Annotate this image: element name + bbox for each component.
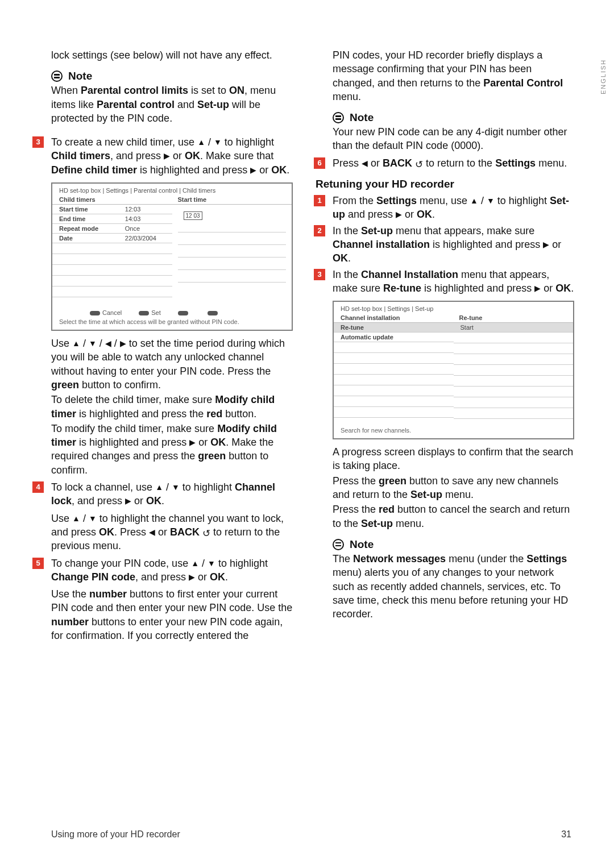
table-row (454, 408, 574, 419)
table-row (334, 375, 454, 385)
body-text: Press the green button to save any new c… (316, 474, 574, 502)
table-row: Start time12:03 (52, 205, 172, 214)
body-text: To delete the child timer, make sure Mod… (34, 393, 293, 421)
blank-button (208, 309, 220, 316)
step-number: 3 (314, 269, 325, 280)
body-text: PIN codes, your HD recorder briefly disp… (316, 48, 574, 103)
right-column: PIN codes, your HD recorder briefly disp… (316, 48, 574, 643)
body-text: Use ▲ / ▼ / ◀ / ▶ to set the time period… (34, 337, 293, 392)
table-row (334, 342, 454, 353)
right-icon: ▶ (396, 210, 402, 218)
left-icon: ◀ (149, 528, 155, 536)
step-3: 3 To create a new child timer, use ▲ / ▼… (34, 135, 293, 177)
note-title: Note (68, 70, 92, 82)
right-icon: ▶ (125, 497, 131, 505)
note-icon (333, 539, 344, 550)
retune-right-table: Start (454, 323, 574, 419)
section-heading: Retuning your HD recorder (316, 178, 574, 190)
note-title: Note (350, 111, 374, 124)
table-row (454, 397, 574, 408)
note-title: Note (350, 538, 374, 551)
down-icon: ▼ (487, 197, 495, 205)
table-row (454, 354, 574, 365)
table-row (52, 243, 172, 254)
step-5: 5 To change your PIN code, use ▲ / ▼ to … (34, 556, 293, 584)
pill-icon (139, 311, 149, 315)
page-footer: Using more of your HD recorder 31 (51, 829, 571, 840)
right-icon: ▶ (250, 166, 256, 174)
body-text: A progress screen displays to confirm th… (316, 445, 574, 473)
child-timer-table: Start time12:03 End time14:03 Repeat mod… (52, 205, 172, 297)
blank-button (178, 309, 190, 316)
table-row: End time14:03 (52, 214, 172, 224)
body-text: Use the number buttons to first enter yo… (34, 587, 293, 642)
table-row (454, 333, 574, 343)
table-row (334, 407, 454, 418)
table-row (454, 343, 574, 354)
set-button: Set (139, 309, 161, 316)
button-bar: Cancel Set (52, 306, 292, 317)
note-body: The Network messages menu (under the Set… (316, 552, 574, 621)
step-number: 5 (32, 558, 44, 569)
hint-text: Search for new channels. (334, 426, 573, 438)
retune-step-1: 1 From the Settings menu, use ▲ / ▼ to h… (316, 194, 574, 222)
step-number: 2 (314, 225, 325, 236)
retune-step-2: 2 In the Set-up menu that appears, make … (316, 224, 574, 265)
note-heading: Note (316, 538, 574, 551)
column-header: Child timers (52, 195, 172, 205)
language-tab: ENGLISH (594, 51, 614, 102)
up-icon: ▲ (197, 138, 205, 146)
right-icon: ▶ (120, 339, 126, 347)
body-text: Use ▲ / ▼ to highlight the channel you w… (34, 512, 293, 553)
time-input: 12 03 (184, 211, 202, 220)
manual-page: ENGLISH lock settings (see below) will n… (0, 0, 614, 868)
down-icon: ▼ (214, 138, 222, 146)
screenshot-retune: HD set-top box | Settings | Set-up Chann… (333, 301, 574, 439)
back-icon: ↺ (415, 160, 423, 169)
table-row: Date22/03/2004 (52, 234, 172, 243)
breadcrumb: HD set-top box | Settings | Parental con… (52, 184, 292, 195)
note-heading: Note (316, 111, 574, 124)
table-row (52, 276, 172, 286)
step-number: 4 (32, 481, 44, 493)
page-number: 31 (561, 829, 571, 840)
screenshot-child-timers: HD set-top box | Settings | Parental con… (51, 182, 293, 331)
table-row (334, 353, 454, 364)
hint-text: Select the time at which access will be … (52, 317, 292, 330)
up-icon: ▲ (191, 559, 199, 567)
note-heading: Note (34, 70, 293, 82)
pill-icon (208, 311, 218, 315)
note-icon (51, 70, 63, 82)
up-icon: ▲ (155, 483, 163, 491)
step-6: 6 Press ◀ or BACK ↺ to return to the Set… (316, 156, 574, 170)
down-icon: ▼ (172, 483, 180, 491)
left-column: lock settings (see below) will not have … (34, 48, 293, 643)
note-icon (333, 112, 344, 123)
up-icon: ▲ (72, 514, 80, 522)
step-number: 6 (314, 157, 325, 169)
note-body: Your new PIN code can be any 4-digit num… (316, 125, 574, 153)
left-icon: ◀ (105, 339, 111, 347)
retune-table: Re-tune Automatic update (334, 323, 454, 418)
left-icon: ◀ (362, 159, 368, 167)
step-number: 1 (314, 195, 325, 206)
column-header: Re-tune (454, 313, 574, 323)
column-header: Start time (172, 195, 292, 205)
pill-icon (90, 311, 100, 315)
cancel-button: Cancel (90, 309, 122, 316)
table-row (454, 387, 574, 397)
table-row (334, 364, 454, 375)
breadcrumb: HD set-top box | Settings | Set-up (334, 302, 573, 313)
table-row: Start (454, 323, 574, 333)
down-icon: ▼ (89, 339, 97, 347)
step-4: 4 To lock a channel, use ▲ / ▼ to highli… (34, 480, 293, 508)
right-icon: ▶ (189, 573, 195, 581)
up-icon: ▲ (72, 339, 80, 347)
retune-step-3: 3 In the Channel Installation menu that … (316, 268, 574, 296)
pill-icon (178, 311, 188, 315)
down-icon: ▼ (208, 559, 215, 567)
right-icon: ▶ (543, 240, 549, 248)
right-icon: ▶ (164, 152, 170, 160)
right-icon: ▶ (189, 438, 196, 446)
table-row: Re-tune (334, 323, 454, 333)
